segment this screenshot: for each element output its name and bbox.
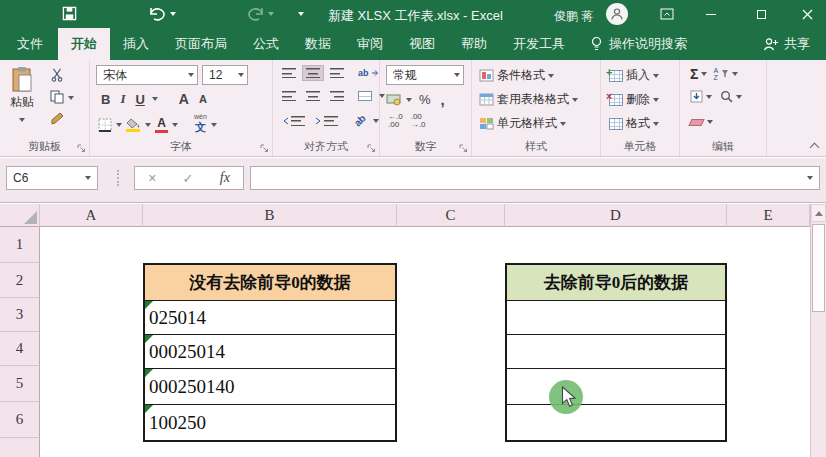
tab-home[interactable]: 开始 (58, 28, 110, 60)
tab-view[interactable]: 视图 (396, 28, 448, 60)
underline-button[interactable]: U (132, 91, 147, 108)
align-top-icon[interactable] (279, 66, 299, 80)
fill-color-caret[interactable] (145, 123, 151, 127)
fill-color-icon[interactable] (126, 118, 141, 132)
clipboard-dialog-launcher[interactable] (77, 144, 86, 153)
underline-caret[interactable] (152, 97, 158, 101)
percent-style-button[interactable]: % (416, 91, 434, 108)
accounting-format-icon[interactable] (386, 93, 402, 106)
close-button[interactable] (790, 0, 824, 28)
tab-developer[interactable]: 开发工具 (500, 28, 578, 60)
phonetic-guide-icon[interactable]: wén 文 (194, 114, 207, 135)
alignment-dialog-launcher[interactable] (367, 144, 376, 153)
insert-cells-button[interactable]: + 插入 (609, 67, 659, 84)
copy-icon[interactable] (50, 90, 64, 104)
cell-d3[interactable] (507, 300, 725, 334)
collapse-ribbon-chevron[interactable] (811, 141, 820, 150)
tab-page-layout[interactable]: 页面布局 (162, 28, 240, 60)
cell-styles-button[interactable]: 单元格样式 (479, 115, 566, 132)
name-box[interactable]: C6 (6, 166, 98, 190)
fill-down-icon[interactable] (690, 90, 712, 103)
column-header-a[interactable]: A (40, 204, 143, 227)
font-color-icon[interactable]: A (155, 116, 168, 133)
row-header-6[interactable]: 6 (0, 402, 40, 438)
font-color-caret[interactable] (172, 123, 178, 127)
cut-icon[interactable] (50, 68, 64, 82)
column-header-e[interactable]: E (727, 204, 810, 227)
bold-button[interactable]: B (98, 91, 113, 108)
cell-d6[interactable] (507, 404, 725, 440)
select-all-corner[interactable] (0, 204, 40, 227)
italic-button[interactable]: I (117, 90, 128, 108)
tell-me-search[interactable]: 操作说明搜索 (578, 28, 699, 60)
increase-decimal-icon[interactable]: ←.0.00 (388, 113, 403, 129)
delete-cells-button[interactable]: × 删除 (609, 91, 659, 108)
vertical-scrollbar[interactable] (810, 204, 826, 457)
tab-file[interactable]: 文件 (2, 28, 58, 60)
borders-icon[interactable] (98, 118, 112, 132)
row-header-5[interactable]: 5 (0, 366, 40, 402)
orientation-caret[interactable] (373, 119, 379, 123)
row-header-2[interactable]: 2 (0, 263, 40, 298)
ribbon-display-options-icon[interactable] (650, 0, 684, 28)
accounting-caret[interactable] (406, 98, 412, 102)
enter-icon[interactable]: ✓ (183, 171, 194, 186)
cancel-icon[interactable]: × (148, 170, 156, 186)
scroll-up-button[interactable] (811, 204, 826, 222)
cell-d4[interactable] (507, 334, 725, 368)
column-header-b[interactable]: B (143, 204, 397, 227)
undo-icon[interactable] (148, 6, 167, 21)
paste-caret[interactable] (19, 118, 25, 122)
find-select-icon[interactable] (720, 90, 742, 103)
decrease-font-button[interactable]: A (196, 92, 210, 106)
clear-eraser-icon[interactable] (690, 115, 703, 129)
cell-d5[interactable] (507, 368, 725, 404)
align-center-icon[interactable] (303, 89, 323, 103)
align-left-icon[interactable] (279, 89, 299, 103)
save-icon[interactable] (62, 6, 77, 21)
conditional-formatting-button[interactable]: 条件格式 (479, 67, 554, 84)
row-header-1[interactable]: 1 (0, 227, 40, 263)
phonetic-caret[interactable] (211, 123, 217, 127)
number-format-combobox[interactable]: 常规 (386, 65, 464, 85)
comma-style-button[interactable]: , (438, 90, 448, 109)
merge-center-icon[interactable] (355, 89, 375, 103)
expand-formula-bar-caret[interactable] (807, 176, 813, 180)
share-button[interactable]: 共享 (747, 28, 826, 60)
maximize-button[interactable] (744, 0, 778, 28)
decrease-indent-icon[interactable] (279, 114, 308, 128)
cell-b5[interactable]: 000250140 (145, 368, 395, 404)
row-header-partial[interactable] (0, 438, 40, 457)
tab-review[interactable]: 审阅 (344, 28, 396, 60)
redo-icon[interactable] (246, 6, 265, 21)
tab-formulas[interactable]: 公式 (240, 28, 292, 60)
tab-insert[interactable]: 插入 (110, 28, 162, 60)
copy-caret[interactable] (68, 96, 74, 100)
name-box-caret[interactable] (85, 176, 91, 180)
clear-caret[interactable] (707, 120, 713, 124)
cell-b3[interactable]: 025014 (145, 300, 395, 334)
wrap-text-icon[interactable]: ab (355, 66, 382, 80)
redo-dropdown-caret[interactable] (268, 12, 274, 16)
font-size-combobox[interactable]: 12 (202, 65, 248, 85)
align-right-icon[interactable] (327, 89, 347, 103)
avatar[interactable] (606, 3, 628, 25)
align-middle-icon[interactable] (303, 66, 323, 80)
increase-font-button[interactable]: A (176, 90, 192, 108)
formula-input[interactable] (250, 166, 820, 190)
minimize-button[interactable] (694, 0, 728, 28)
cell-b2[interactable]: 没有去除前导0的数据 (145, 265, 395, 300)
orientation-icon[interactable]: ab (351, 113, 369, 128)
scrollbar-thumb[interactable] (812, 224, 825, 312)
autosum-button[interactable]: Σ (690, 66, 707, 82)
column-header-c[interactable]: C (397, 204, 505, 227)
font-dialog-launcher[interactable] (260, 144, 269, 153)
format-painter-icon[interactable] (50, 112, 64, 126)
row-header-4[interactable]: 4 (0, 332, 40, 366)
insert-function-icon[interactable]: fx (220, 170, 230, 186)
format-as-table-button[interactable]: 套用表格格式 (479, 91, 578, 108)
align-bottom-icon[interactable] (327, 66, 347, 80)
paste-button[interactable]: 粘贴 (10, 66, 34, 125)
number-dialog-launcher[interactable] (459, 144, 468, 153)
decrease-decimal-icon[interactable]: .00→.0 (411, 113, 426, 129)
